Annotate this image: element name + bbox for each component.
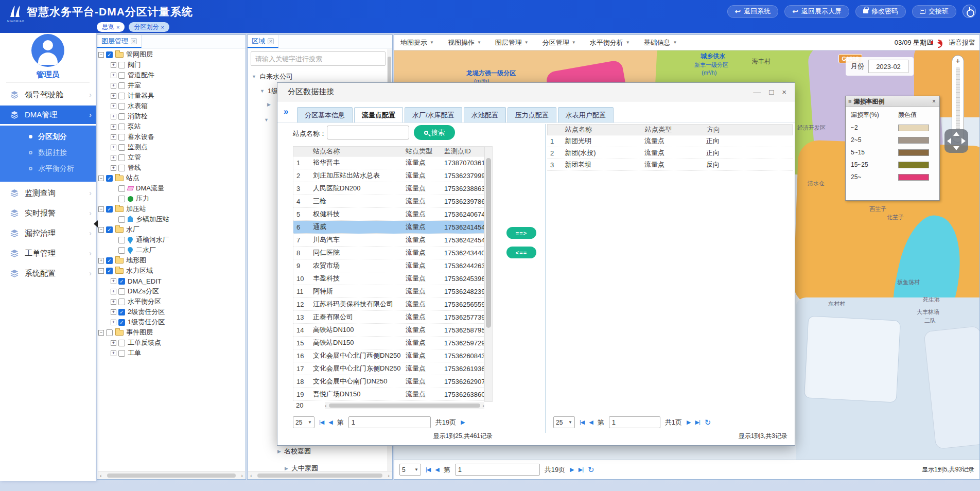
table-row[interactable]: 16文化会展中心北门西侧DN250流量点17536260843	[293, 349, 484, 362]
layer-tree-node[interactable]: +井室	[97, 80, 240, 91]
first-page-button[interactable]: |◀	[319, 419, 324, 426]
prev-page-button[interactable]: ◀	[589, 419, 592, 426]
workspace-tab-分区划分[interactable]: 分区划分×	[129, 22, 169, 32]
layer-tree-node[interactable]: +✓DMA_EDIT	[97, 276, 240, 286]
pan-up-icon[interactable]	[953, 132, 959, 136]
checkbox[interactable]	[118, 124, 125, 130]
last-page-button[interactable]: ▶|	[579, 466, 583, 473]
region-search-input[interactable]	[251, 51, 386, 66]
table-row[interactable]: 4三枪流量点17536239786	[293, 195, 484, 208]
layer-tree-node[interactable]: +乡镇加压站	[97, 214, 240, 224]
scrollbar-thumb[interactable]	[329, 404, 481, 408]
shift-handover-button[interactable]: 交接班	[912, 5, 956, 18]
change-password-button[interactable]: 修改密码	[855, 5, 906, 18]
panel-collapse-handle[interactable]	[94, 220, 98, 227]
checkbox[interactable]	[118, 72, 125, 79]
zoom-in-button[interactable]: +	[956, 56, 960, 66]
layer-tree-node[interactable]: +管线	[97, 163, 240, 173]
checkbox[interactable]	[118, 103, 125, 110]
region-hscrollbar[interactable]: ‹ ›	[248, 471, 392, 479]
power-button[interactable]	[962, 5, 976, 18]
scroll-left-icon[interactable]: ‹	[98, 472, 104, 479]
table-row[interactable]: 9农贸市场流量点17536244263	[293, 259, 484, 272]
sidebar-item-领导驾驶舱[interactable]: 领导驾驶舱›	[0, 85, 96, 104]
return-bigscreen-button[interactable]: ↩返回展示大屏	[784, 5, 849, 18]
dialog-tab-水表用户配置[interactable]: 水表用户配置	[558, 107, 614, 122]
table-row[interactable]: 8同仁医院流量点17536243440	[293, 247, 484, 259]
checkbox[interactable]	[118, 134, 125, 141]
page-size-select[interactable]: 5▼	[399, 464, 421, 476]
layer-tree-node[interactable]: +二水厂	[97, 245, 240, 255]
layer-tree-node[interactable]: −✓加压站	[97, 204, 240, 214]
map-toolbar-图层管理[interactable]: 图层管理▼	[495, 38, 529, 47]
checkbox[interactable]	[118, 340, 125, 346]
expand-node-icon[interactable]: +	[111, 93, 116, 99]
transfer-add-button[interactable]: ==>	[506, 227, 536, 239]
layer-tree-node[interactable]: +水平衡分区	[97, 296, 240, 307]
layer-tree-node[interactable]: +管道配件	[97, 70, 240, 80]
expand-node-icon[interactable]: +	[111, 73, 116, 78]
checkbox[interactable]: ✓	[118, 278, 125, 285]
table-row[interactable]: 2刘庄加压站出站水总表流量点17536237999	[293, 169, 484, 182]
layer-tree-node[interactable]: −✓站点	[97, 173, 240, 183]
table-row[interactable]: 3人民医院DN200流量点17536238863	[293, 182, 484, 195]
checkbox[interactable]	[118, 196, 125, 202]
expand-node-icon[interactable]: +	[111, 145, 116, 150]
checkbox[interactable]	[118, 216, 125, 223]
scroll-left-icon[interactable]: ‹	[248, 472, 254, 479]
table-row[interactable]: 17文化会展中心北门东侧DN250流量点17536261936	[293, 362, 484, 375]
page-size-select[interactable]: 25▼	[553, 416, 575, 428]
sidebar-subitem-水平衡分析[interactable]: 水平衡分析	[0, 161, 96, 177]
sidebar-item-DMA管理[interactable]: DMA管理›	[0, 106, 96, 124]
expand-node-icon[interactable]: +	[111, 165, 116, 171]
pan-right-icon[interactable]	[961, 138, 966, 144]
close-icon[interactable]: ×	[131, 38, 137, 44]
checkbox[interactable]	[118, 82, 125, 89]
close-icon[interactable]: ×	[782, 88, 786, 96]
layer-tree-node[interactable]: +泵站	[97, 121, 240, 132]
scroll-left-icon[interactable]: ‹	[325, 402, 327, 409]
layer-tree-node[interactable]: −✓管网图层	[97, 49, 240, 60]
sidebar-item-实时报警[interactable]: 实时报警›	[0, 204, 96, 222]
dialog-titlebar[interactable]: 分区数据挂接 — □ ×	[277, 83, 795, 101]
return-system-button[interactable]: ↩返回系统	[727, 5, 779, 18]
tree-expand-icon[interactable]: ▶	[267, 102, 271, 107]
checkbox[interactable]	[118, 144, 125, 151]
left-table-vscrollbar[interactable]	[484, 146, 493, 402]
table-row[interactable]: 10丰盈科技流量点17536245396	[293, 272, 484, 285]
scrollbar-thumb[interactable]	[257, 474, 383, 478]
expand-node-icon[interactable]: +	[111, 62, 116, 68]
collapse-node-icon[interactable]: −	[98, 227, 104, 233]
checkbox[interactable]	[118, 288, 125, 295]
expand-node-icon[interactable]: +	[111, 103, 116, 109]
expand-node-icon[interactable]: +	[111, 320, 116, 325]
sidebar-item-监测查询[interactable]: 监测查询›	[0, 184, 96, 202]
layer-tree-node[interactable]: +消防栓	[97, 111, 240, 121]
next-page-button[interactable]: ▶	[461, 419, 464, 426]
station-search-input[interactable]	[327, 126, 409, 139]
layer-tree-node[interactable]: −事件图层	[97, 327, 240, 338]
checkbox[interactable]	[106, 329, 113, 336]
map-toolbar-分区管理[interactable]: 分区管理▼	[542, 38, 576, 47]
close-icon[interactable]: ×	[116, 24, 119, 30]
next-page-button[interactable]: ▶	[570, 466, 573, 473]
expand-node-icon[interactable]: +	[111, 114, 116, 119]
layer-tree-node[interactable]: −✓水厂	[97, 224, 240, 235]
checkbox[interactable]	[118, 93, 125, 99]
tree-expand-icon[interactable]: ▶	[277, 449, 281, 454]
first-page-button[interactable]: |◀	[580, 419, 584, 426]
dialog-tab-分区基本信息[interactable]: 分区基本信息	[297, 107, 353, 122]
layer-tree-node[interactable]: +工单	[97, 348, 240, 358]
layer-tree-node[interactable]: +监测点	[97, 142, 240, 152]
layer-tree-node[interactable]: −✓水力区域	[97, 266, 240, 276]
layer-tree-node[interactable]: +水表箱	[97, 101, 240, 111]
page-number-input[interactable]	[455, 464, 540, 476]
left-table-hscrollbar[interactable]: ‹ ›	[325, 402, 484, 409]
checkbox[interactable]	[118, 113, 125, 120]
pan-down-icon[interactable]	[953, 146, 959, 150]
checkbox[interactable]: ✓	[106, 257, 113, 264]
workspace-tab-总览[interactable]: 总览×	[97, 22, 125, 32]
page-size-select[interactable]: 25▼	[293, 416, 314, 428]
next-page-button[interactable]: ▶	[687, 419, 690, 426]
expand-node-icon[interactable]: +	[111, 83, 116, 89]
